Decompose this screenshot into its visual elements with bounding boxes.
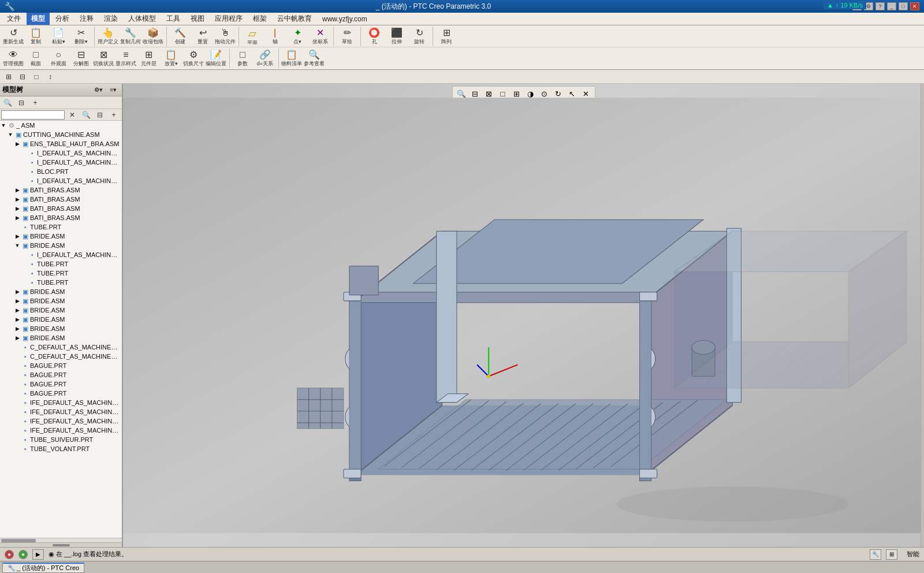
menu-human[interactable]: 人体模型 [124, 13, 161, 25]
toggle-dim-btn[interactable]: ⚙ 切换尺寸 [182, 49, 204, 68]
tree-expand-bati4[interactable]: ▶ [14, 215, 21, 221]
tree-settings-btn[interactable]: ⚙▾ [92, 84, 105, 96]
tree-row-bride7[interactable]: ▶ ▣ BRIDE.ASM [0, 324, 122, 333]
viewport[interactable]: 🔍 ⊟ ⊠ □ ⊞ ◑ ⊙ ↻ ↖ ✕ [123, 84, 924, 547]
tree-row-bride4[interactable]: ▶ ▣ BRIDE.ASM [0, 296, 122, 306]
menu-model[interactable]: 模型 [27, 13, 50, 25]
tree-row-root-asm[interactable]: ▼ ⚙ _ ASM [0, 121, 122, 130]
close-btn[interactable]: ✕ [910, 2, 919, 10]
tree-row-bride2-tube2[interactable]: ▪ TUBE.PRT [0, 269, 122, 278]
tree-expand-bati1[interactable]: ▶ [14, 187, 21, 193]
tree-row-bride2-tube3[interactable]: ▪ TUBE.PRT [0, 278, 122, 287]
tree-row-bague4[interactable]: ▪ BAGUE.PRT [0, 389, 122, 398]
tree-row-ens[interactable]: ▶ ▣ ENS_TABLE_HAUT_BRA.ASM [0, 139, 122, 148]
edit-pos-btn[interactable]: 📝 编辑位置 [205, 49, 227, 68]
menu-frame[interactable]: 框架 [248, 13, 271, 25]
tree-expand-bride5[interactable]: ▶ [14, 307, 21, 313]
coord-btn[interactable]: ✕ 坐标系 [309, 27, 331, 46]
tree-row-ife3[interactable]: ▪ IFE_DEFAULT_AS_MACHINED_ [0, 416, 122, 426]
tree-row-tube-volant[interactable]: ▪ TUBE_VOLANT.PRT [0, 444, 122, 453]
tree-row-tube1[interactable]: ▪ TUBE.PRT [0, 222, 122, 232]
tree-expand-ens[interactable]: ▶ [14, 141, 21, 147]
create-btn[interactable]: 🔨 创建 [169, 27, 191, 46]
tree-expand-bride8[interactable]: ▶ [14, 335, 21, 341]
tree-row-bague2[interactable]: ▪ BAGUE.PRT [0, 370, 122, 379]
tree-row-cdef2[interactable]: ▪ C_DEFAULT_AS_MACHINED_ PR [0, 352, 122, 361]
layer-btn[interactable]: ⊞ 元件层 [137, 49, 159, 68]
tree-expand-bride7[interactable]: ▶ [14, 326, 21, 332]
extrude-btn[interactable]: ⬛ 拉伸 [386, 27, 408, 46]
tree-row-bati2[interactable]: ▶ ▣ BATI_BRAS.ASM [0, 195, 122, 204]
display-style-btn[interactable]: ≡ 显示样式 [115, 49, 137, 68]
switch-btn[interactable]: ⊠ 切换状况 [92, 49, 114, 68]
tree-row-idef2[interactable]: ▪ I_DEFAULT_AS_MACHINED_ PR [0, 158, 122, 167]
menu-apps[interactable]: 应用程序 [210, 13, 247, 25]
tb3-grid-btn[interactable]: ⊞ [2, 71, 15, 83]
tree-expand-root[interactable]: ▼ [0, 122, 7, 128]
axis-btn[interactable]: | 轴 [264, 27, 286, 46]
shrink-btn[interactable]: 📦 收缩包络 [142, 27, 164, 46]
tree-view-btn[interactable]: ≡▾ [107, 84, 120, 96]
tree-row-ife4[interactable]: ▪ IFE_DEFAULT_AS_MACHINED_ [0, 426, 122, 435]
manage-view-btn[interactable]: 👁 管理视图 [2, 49, 24, 68]
tree-row-bride6[interactable]: ▶ ▣ BRIDE.ASM [0, 315, 122, 324]
minimize-btn[interactable]: _ [887, 2, 896, 10]
menu-file[interactable]: 文件 [2, 13, 25, 25]
tree-row-bride2-tube1[interactable]: ▪ TUBE.PRT [0, 259, 122, 269]
tree-expand-cutting[interactable]: ▼ [7, 132, 14, 137]
hole-btn[interactable]: ⭕ 孔 [363, 27, 385, 46]
status-icon-btn[interactable]: 🔧 [870, 549, 881, 560]
tree-row-ife1[interactable]: ▪ IFE_DEFAULT_AS_MACHINED_ [0, 398, 122, 407]
explode-btn[interactable]: ⊟ 分解图 [70, 49, 92, 68]
tree-row-bride1[interactable]: ▶ ▣ BRIDE.ASM [0, 232, 122, 241]
tree-expand-bride3[interactable]: ▶ [14, 289, 21, 295]
tree-row-bati4[interactable]: ▶ ▣ BATI_BRAS.ASM [0, 213, 122, 222]
tb3-expand-btn[interactable]: □ [30, 71, 43, 83]
tree-search-btn[interactable]: 🔍 [1, 97, 14, 109]
reset-btn[interactable]: ↩ 重置 [192, 27, 214, 46]
tree-expand-bati2[interactable]: ▶ [14, 196, 21, 202]
status-stop-btn[interactable]: ● [5, 550, 14, 559]
viewport-right-scrollbar[interactable] [921, 84, 924, 547]
status-grid-btn[interactable]: ⊞ [886, 549, 897, 560]
paste-btn[interactable]: 📄 粘贴▾ [47, 27, 69, 46]
tree-expand-bride1[interactable]: ▶ [14, 233, 21, 239]
tree-row-cutting[interactable]: ▼ ▣ CUTTING_MACHINE.ASM [0, 130, 122, 139]
relation-btn[interactable]: 🔗 d=关系 [254, 49, 276, 68]
maximize-btn[interactable]: □ [899, 2, 908, 10]
user-feature-btn[interactable]: 👆 用户定义特征 [97, 27, 119, 46]
tree-content[interactable]: ▼ ⚙ _ ASM ▼ ▣ CUTTING_MACHINE.ASM ▶ ▣ EN… [0, 121, 122, 538]
appearance-btn[interactable]: ○ 外观面 [47, 49, 69, 68]
tree-row-bride2[interactable]: ▼ ▣ BRIDE.ASM [0, 241, 122, 250]
tree-row-bride2-idef[interactable]: ▪ I_DEFAULT_AS_MACHINED_ PR [0, 250, 122, 259]
tree-search-add2-btn[interactable]: + [107, 109, 120, 121]
tree-expand-bride4[interactable]: ▶ [14, 298, 21, 304]
plane-btn[interactable]: ▱ 平面 [241, 27, 263, 46]
status-ok-btn[interactable]: ● [18, 550, 28, 559]
tree-row-idef1[interactable]: ▪ I_DEFAULT_AS_MACHINED_ PR [0, 148, 122, 158]
copy-btn[interactable]: 📋 复制 [25, 27, 47, 46]
tree-row-bloc[interactable]: ▪ BLOC.PRT [0, 167, 122, 176]
tree-row-bride3[interactable]: ▶ ▣ BRIDE.ASM [0, 287, 122, 296]
menu-tools[interactable]: 工具 [162, 13, 185, 25]
point-btn[interactable]: ✦ 点▾ [286, 27, 308, 46]
tree-expand-bride2[interactable]: ▼ [14, 243, 21, 248]
tree-search-filter2-btn[interactable]: ⊟ [94, 109, 106, 121]
tree-row-bague3[interactable]: ▪ BAGUE.PRT [0, 379, 122, 389]
taskbar-app-btn[interactable]: 🔧 _ (活动的) - PTC Creo [2, 563, 84, 573]
tree-search-go-btn[interactable]: 🔍 [80, 109, 92, 121]
drag-btn[interactable]: 🖱 拖动元件 [214, 27, 236, 46]
tree-row-bati3[interactable]: ▶ ▣ BATI_BRAS.ASM [0, 204, 122, 213]
tree-row-tube-suiveur[interactable]: ▪ TUBE_SUIVEUR.PRT [0, 435, 122, 444]
status-play-btn[interactable]: ▶ [32, 549, 44, 560]
tb3-minus-btn[interactable]: ⊟ [16, 71, 29, 83]
tree-row-bride5[interactable]: ▶ ▣ BRIDE.ASM [0, 306, 122, 315]
menu-view[interactable]: 视图 [186, 13, 209, 25]
tree-expand-bati3[interactable]: ▶ [14, 206, 21, 211]
menu-cloud[interactable]: 云中帆教育 [273, 13, 316, 25]
bom-btn[interactable]: 📋 物料清单 [281, 49, 303, 68]
tree-row-cdef1[interactable]: ▪ C_DEFAULT_AS_MACHINED_ PR [0, 343, 122, 352]
tree-row-ife2[interactable]: ▪ IFE_DEFAULT_AS_MACHINED_ [0, 407, 122, 416]
place-btn[interactable]: 📋 放置▾ [160, 49, 182, 68]
revolve-btn[interactable]: ↻ 旋转 [408, 27, 430, 46]
